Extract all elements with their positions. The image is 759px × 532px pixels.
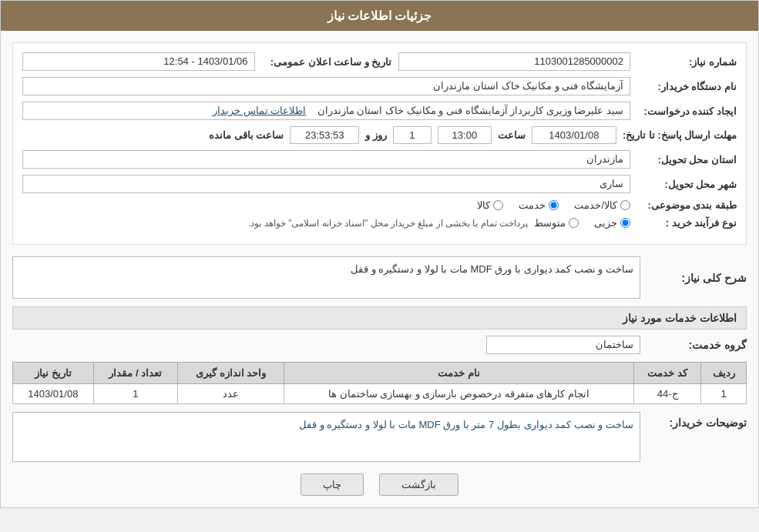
noefarayand-radio-group: جزیی متوسط [534, 217, 630, 229]
radio-motavasset-label: متوسط [534, 217, 566, 229]
label-shahr: شهر محل تحویل: [636, 179, 737, 190]
value-ijadKonande: سید علیرضا وزیری کاربرداز آزمایشگاه فنی … [22, 102, 630, 120]
table-cell-nam: انجام کارهای متفرقه درخصوص بازسازی و بهس… [284, 384, 634, 404]
radio-jozii: جزیی [594, 217, 630, 229]
label-group: گروه خدمت: [646, 339, 747, 351]
etelaatTamas-link[interactable]: اطلاعات تماس خریدار [213, 105, 306, 116]
row-ostan: استان محل تحویل: مازندران [22, 150, 737, 169]
table-cell-radif: 1 [701, 384, 747, 404]
radio-kala: کالا [477, 199, 503, 211]
main-form-section: شماره نیاز: 1103001285000002 تاریخ و ساع… [12, 42, 747, 245]
page-wrapper: جزئیات اطلاعات نیاز شماره نیاز: 11030012… [0, 0, 759, 508]
page-title: جزئیات اطلاعات نیاز [327, 9, 432, 22]
print-button[interactable]: چاپ [301, 473, 364, 496]
value-sharh: ساخت و نصب کمد دیواری با ورق MDF مات با … [12, 256, 640, 299]
label-tarikh-elaan: تاریخ و ساعت اعلان عمومی: [261, 56, 392, 68]
radio-kala-khadamat-label: کالا/خدمت [574, 199, 617, 211]
th-tedad: تعداد / مقدار [93, 363, 177, 384]
row-group: گروه خدمت: ساختمان [12, 336, 747, 354]
radio-khadamat: خدمت [519, 199, 559, 211]
table-cell-vahed: عدد [178, 384, 284, 404]
table-cell-kod: ج-44 [633, 384, 700, 404]
radio-kala-khadamat-input[interactable] [620, 200, 630, 210]
row-shahr: شهر محل تحویل: ساری [22, 175, 737, 193]
value-tarikh-elaan: 1403/01/06 - 12:54 [22, 52, 255, 71]
back-button[interactable]: بازگشت [379, 473, 458, 496]
radio-kala-label: کالا [477, 199, 490, 211]
mohlat-saat: 13:00 [438, 126, 492, 144]
value-namDastgah: آزمایشگاه فنی و مکانیک خاک استان مازندرا… [22, 77, 630, 95]
value-shahr: ساری [22, 175, 630, 193]
row-noefarayand: نوع فرآیند خرید : جزیی متوسط پرداخت تمام… [22, 217, 737, 229]
value-tosehat: ساخت و نصب کمد دیواری بطول 7 متر با ورق … [12, 412, 640, 462]
radio-motavasset: متوسط [534, 217, 579, 229]
radio-kala-khadamat: کالا/خدمت [574, 199, 630, 211]
label-mohlat: مهلت ارسال پاسخ: تا تاریخ: [623, 129, 737, 141]
table-row: 1ج-44انجام کارهای متفرقه درخصوص بازسازی … [13, 384, 747, 404]
radio-jozii-input[interactable] [620, 218, 630, 228]
th-vahedAndaze: واحد اندازه گیری [178, 363, 284, 384]
label-roz: روز و [365, 129, 387, 141]
label-tosehat: توضیحات خریدار: [646, 412, 747, 429]
label-ostan: استان محل تحویل: [636, 154, 737, 166]
row-mohlat: مهلت ارسال پاسخ: تا تاریخ: 1403/01/08 سا… [22, 126, 737, 144]
radio-jozii-label: جزیی [594, 217, 617, 229]
table-cell-tedad: 1 [93, 384, 177, 404]
label-ijadKonande: ایجاد کننده درخواست: [636, 105, 737, 117]
th-radif: ردیف [701, 363, 747, 384]
services-table: ردیف کد خدمت نام خدمت واحد اندازه گیری ت… [12, 362, 747, 404]
row-shomareNiaz: شماره نیاز: 1103001285000002 تاریخ و ساع… [22, 52, 737, 71]
row-namDastgah: نام دستگاه خریدار: آزمایشگاه فنی و مکانی… [22, 77, 737, 95]
radio-khadamat-input[interactable] [549, 200, 559, 210]
th-namKhadamat: نام خدمت [284, 363, 634, 384]
radio-kala-input[interactable] [493, 200, 503, 210]
label-saat: ساعت [498, 129, 526, 141]
mohlat-saat-mande: 23:53:53 [290, 126, 359, 144]
ijadKonande-text: سید علیرضا وزیری کاربرداز آزمایشگاه فنی … [317, 105, 623, 116]
content-area: شماره نیاز: 1103001285000002 تاریخ و ساع… [1, 31, 758, 507]
radio-motavasset-input[interactable] [569, 218, 579, 228]
th-kodKhadamat: کد خدمت [633, 363, 700, 384]
mohlat-roz: 1 [393, 126, 432, 144]
value-shomareNiaz: 1103001285000002 [398, 52, 631, 71]
label-sharh: شرح کلی نیاز: [646, 272, 747, 284]
mohlat-date: 1403/01/08 [532, 126, 616, 144]
page-header: جزئیات اطلاعات نیاز [1, 1, 758, 31]
label-saat-mande: ساعت باقی مانده [209, 129, 284, 141]
radio-khadamat-label: خدمت [519, 199, 546, 211]
value-ostan: مازندران [22, 150, 630, 169]
value-group: ساختمان [486, 336, 640, 354]
tabaqe-radio-group: کالا/خدمت خدمت کالا [477, 199, 630, 211]
label-shomareNiaz: شماره نیاز: [636, 56, 737, 68]
row-tosehat: توضیحات خریدار: ساخت و نصب کمد دیواری بط… [12, 412, 747, 462]
row-sharh: شرح کلی نیاز: ساخت و نصب کمد دیواری با و… [12, 256, 747, 299]
label-namDastgah: نام دستگاه خریدار: [636, 81, 737, 92]
label-tabaqe: طبقه بندی موضوعی: [636, 199, 737, 211]
purchase-note: پرداخت تمام یا بخشی از مبلغ خریداز محل "… [248, 218, 528, 229]
row-tabaqe: طبقه بندی موضوعی: کالا/خدمت خدمت کالا [22, 199, 737, 211]
th-tarikh: تاریخ نیاز [13, 363, 94, 384]
row-ijadKonande: ایجاد کننده درخواست: سید علیرضا وزیری کا… [22, 102, 737, 120]
services-section-title: اطلاعات خدمات مورد نیاز [12, 306, 747, 330]
label-noefarayand: نوع فرآیند خرید : [636, 217, 737, 229]
buttons-row: بازگشت چاپ [12, 473, 747, 496]
table-cell-tarikh: 1403/01/08 [13, 384, 94, 404]
